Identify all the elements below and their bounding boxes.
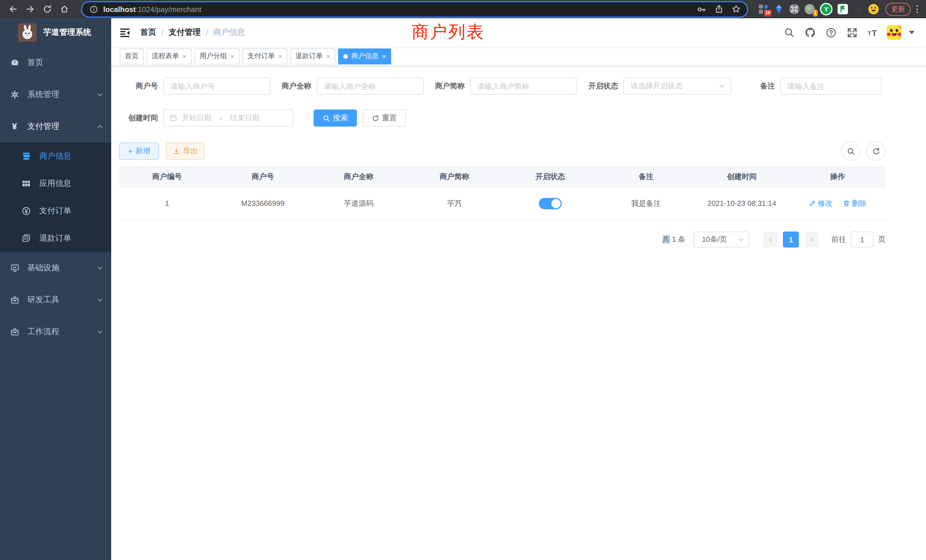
close-icon[interactable]: ×	[326, 53, 330, 60]
tab-refund-order[interactable]: 退款订单×	[290, 48, 335, 64]
cell-merchant-no: M233666999	[215, 199, 311, 207]
close-icon[interactable]: ×	[230, 53, 235, 60]
table-header-row: 商户编号 商户号 商户全称 商户简称 开启状态 备注 创建时间 操作	[119, 167, 885, 187]
tab-process-form[interactable]: 流程表单×	[147, 48, 192, 64]
bookmark-star-icon[interactable]	[732, 5, 741, 14]
plus-icon: +	[128, 147, 133, 155]
filter-status: 开启状态 请选择开启状态	[589, 77, 732, 95]
breadcrumb-home[interactable]: 首页	[140, 27, 156, 38]
goto-page-input[interactable]	[851, 232, 873, 248]
password-key-icon[interactable]	[697, 4, 707, 14]
sidebar-item-dev-tools[interactable]: 研发工具	[0, 284, 111, 316]
next-page-button[interactable]	[805, 232, 818, 248]
merchant-no-input[interactable]	[163, 77, 270, 95]
extension-grid-icon[interactable]: 10	[758, 4, 769, 14]
prev-page-button[interactable]	[764, 232, 777, 248]
browser-reload-icon[interactable]	[40, 2, 55, 17]
document-copy-icon	[21, 234, 31, 243]
share-icon[interactable]	[714, 5, 723, 14]
monitor-chart-icon	[10, 263, 20, 272]
sidebar-item-refund-order[interactable]: 退款订单	[0, 225, 111, 252]
table-header: 商户简称	[407, 172, 502, 182]
yen-circle-icon	[21, 206, 31, 216]
sidebar-item-infrastructure[interactable]: 基础设施	[0, 252, 111, 284]
sidebar-item-pay-order[interactable]: 支付订单	[0, 197, 111, 225]
url-path: :1024/pay/merchant	[136, 5, 201, 14]
reset-button[interactable]: 重置	[363, 109, 406, 127]
sidebar-item-label: 基础设施	[27, 263, 59, 273]
cell-status	[502, 198, 598, 209]
browser-back-icon[interactable]	[6, 2, 21, 17]
sidebar-item-merchant-info[interactable]: 商户信息	[0, 142, 111, 170]
search-button[interactable]: 搜索	[313, 109, 357, 127]
full-name-input[interactable]	[316, 77, 424, 95]
font-size-icon[interactable]: TT	[867, 28, 877, 37]
sidebar-item-label: 应用信息	[39, 179, 71, 189]
extension-badge-orange: 1	[813, 10, 818, 17]
extensions-puzzle-icon[interactable]	[853, 4, 863, 14]
tab-home[interactable]: 首页	[120, 48, 144, 64]
avatar-dropdown-caret-icon[interactable]	[909, 31, 915, 34]
extension-pin-icon[interactable]	[774, 4, 784, 14]
sidebar-item-workflow[interactable]: 工作流程	[0, 316, 111, 348]
header-search-icon[interactable]	[783, 27, 794, 38]
filter-remark: 备注	[760, 77, 882, 95]
browser-menu-icon[interactable]	[916, 5, 918, 13]
sidebar-item-app-info[interactable]: 应用信息	[0, 170, 111, 197]
site-info-icon[interactable]	[88, 2, 98, 17]
help-icon[interactable]	[825, 27, 837, 38]
calendar-icon	[169, 114, 177, 122]
breadcrumb-payment[interactable]: 支付管理	[169, 27, 201, 38]
active-tab-dot	[343, 54, 348, 59]
app-title: 芋道管理系统	[43, 27, 91, 38]
cell-remark: 我是备注	[598, 198, 694, 209]
browser-home-icon[interactable]	[57, 2, 72, 17]
export-button[interactable]: 导出	[166, 142, 205, 160]
tab-pay-order[interactable]: 支付订单×	[242, 48, 287, 64]
refresh-table-button[interactable]	[866, 141, 885, 161]
browser-forward-icon[interactable]	[23, 2, 38, 17]
app-logo-row[interactable]: 芋道管理系统	[0, 18, 111, 47]
close-icon[interactable]: ×	[278, 53, 282, 60]
toggle-search-button[interactable]	[841, 141, 861, 161]
create-time-range-input[interactable]: 开始日期 - 结束日期	[163, 109, 293, 127]
sidebar-item-system[interactable]: 系统管理	[0, 79, 111, 110]
page-number-current[interactable]: 1	[783, 232, 799, 248]
github-icon[interactable]	[804, 27, 816, 38]
filter-row-2: 创建时间 开始日期 - 结束日期 搜索 重置	[127, 109, 926, 127]
browser-update-button[interactable]: 更新	[885, 3, 911, 16]
toolbox-icon	[10, 295, 20, 304]
sidebar-item-home[interactable]: 首页	[0, 47, 111, 79]
delete-link[interactable]: 删除	[843, 198, 867, 209]
close-icon[interactable]: ×	[183, 53, 186, 60]
extension-badge: 10	[764, 10, 772, 17]
extension-flag-icon[interactable]	[838, 4, 848, 14]
address-bar[interactable]: localhost:1024/pay/merchant	[82, 2, 747, 16]
remark-input[interactable]	[780, 77, 882, 95]
chevron-down-icon	[719, 83, 725, 89]
trash-icon	[843, 200, 850, 207]
tags-view: 首页 流程表单× 用户分组× 支付订单× 退款订单× 商户信息×	[111, 47, 926, 66]
extension-command-icon[interactable]	[789, 4, 799, 14]
user-avatar[interactable]	[887, 25, 902, 40]
fullscreen-icon[interactable]	[846, 27, 858, 38]
payment-submenu: 商户信息 应用信息 支付订单	[0, 142, 111, 252]
tab-merchant-info[interactable]: 商户信息×	[338, 48, 391, 64]
close-icon[interactable]: ×	[382, 53, 386, 60]
chevron-down-icon	[738, 236, 744, 243]
cell-actions: 修改 删除	[790, 198, 885, 209]
edit-link[interactable]: 修改	[808, 198, 832, 209]
status-switch[interactable]	[539, 198, 561, 209]
filter-create-time: 创建时间 开始日期 - 结束日期	[127, 109, 293, 127]
short-name-input[interactable]	[470, 77, 577, 95]
sidebar-item-label: 支付订单	[39, 206, 71, 216]
status-select[interactable]: 请选择开启状态	[623, 77, 732, 95]
add-button[interactable]: + 新增	[119, 142, 159, 160]
page-size-select[interactable]: 10条/页	[693, 232, 749, 248]
sidebar-collapse-icon[interactable]	[120, 28, 130, 37]
profile-emoji-icon[interactable]	[869, 4, 879, 14]
extension-status-icon[interactable]: 1	[805, 4, 815, 14]
tab-user-group[interactable]: 用户分组×	[194, 48, 239, 64]
extension-y-icon[interactable]: Y	[820, 3, 832, 15]
sidebar-item-payment[interactable]: ¥ 支付管理	[0, 110, 111, 142]
